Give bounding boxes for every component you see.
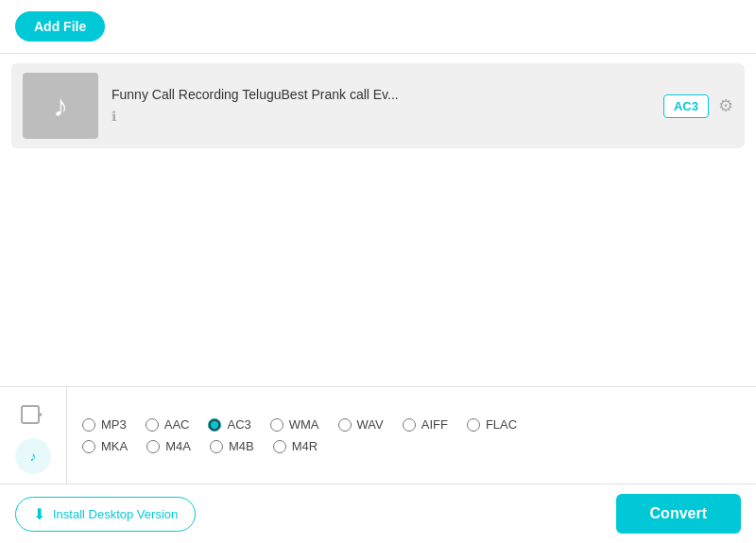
file-info: Funny Call Recording TeluguBest Prank ca…: [112, 87, 650, 125]
settings-icon[interactable]: ⚙: [718, 95, 733, 116]
format-flac[interactable]: FLAC: [467, 417, 517, 432]
format-options: MP3 AAC AC3 WMA WAV: [67, 387, 756, 484]
format-row-1: MP3 AAC AC3 WMA WAV: [82, 417, 741, 432]
action-bar: ⬇ Install Desktop Version Convert: [0, 484, 756, 543]
convert-button[interactable]: Convert: [616, 494, 741, 534]
format-mka[interactable]: MKA: [82, 439, 128, 453]
svg-marker-1: [39, 412, 43, 417]
format-aiff[interactable]: AIFF: [403, 417, 448, 432]
file-name: Funny Call Recording TeluguBest Prank ca…: [112, 87, 650, 102]
media-type-tabs: ♪: [0, 387, 67, 484]
format-selector: ♪ MP3 AAC AC3: [0, 387, 756, 484]
format-wav[interactable]: WAV: [338, 417, 384, 432]
file-item: ♪ Funny Call Recording TeluguBest Prank …: [11, 63, 745, 148]
format-m4b[interactable]: M4B: [210, 439, 254, 453]
format-m4a[interactable]: M4A: [146, 439, 191, 453]
info-icon[interactable]: ℹ: [112, 109, 116, 124]
audio-tab[interactable]: ♪: [15, 438, 51, 474]
format-ac3[interactable]: AC3: [208, 417, 250, 432]
svg-rect-0: [22, 406, 39, 423]
format-row-2: MKA M4A M4B M4R: [82, 439, 741, 453]
format-m4r[interactable]: M4R: [273, 439, 318, 453]
download-icon: ⬇: [33, 505, 45, 523]
file-thumbnail: ♪: [23, 73, 98, 139]
format-badge[interactable]: AC3: [663, 94, 709, 118]
video-tab[interactable]: [15, 397, 51, 433]
file-list-area: ♪ Funny Call Recording TeluguBest Prank …: [0, 54, 756, 386]
install-label: Install Desktop Version: [53, 507, 178, 521]
add-file-button[interactable]: Add File: [15, 11, 105, 42]
format-aac[interactable]: AAC: [146, 417, 190, 432]
file-actions: AC3 ⚙: [663, 94, 733, 118]
format-mp3[interactable]: MP3: [82, 417, 127, 432]
install-desktop-button[interactable]: ⬇ Install Desktop Version: [15, 497, 196, 532]
bottom-panel: ♪ MP3 AAC AC3: [0, 386, 756, 543]
svg-text:♪: ♪: [30, 449, 37, 464]
top-bar: Add File: [0, 0, 756, 54]
music-note-icon: ♪: [53, 89, 68, 124]
format-wma[interactable]: WMA: [270, 417, 319, 432]
